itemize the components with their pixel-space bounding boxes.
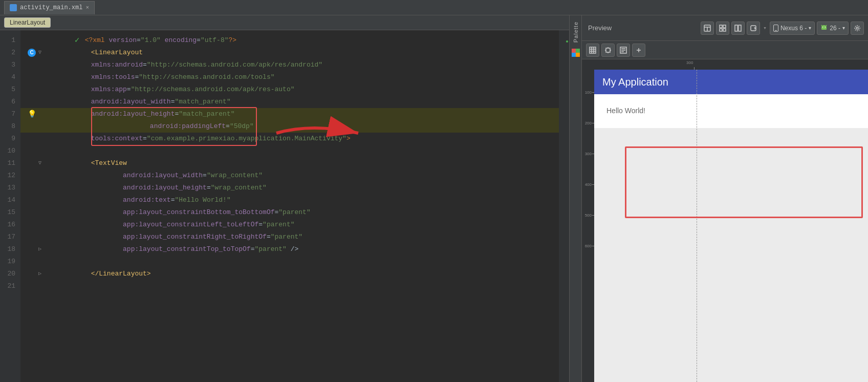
breadcrumb[interactable]: LinearLayout [4,17,51,28]
ln-20: 20 [0,268,20,280]
palette-sidebar[interactable]: Palette [569,15,581,382]
ln-5: 5 [0,83,20,96]
zoom-out-button[interactable] [617,44,630,57]
ln-8: 8 [0,120,20,133]
device-dropdown-arrow: ▾ [809,25,811,31]
collapse-arrow-2[interactable]: ▽ [38,47,41,59]
hello-world-text: Hello World! [606,107,645,115]
svg-rect-22 [606,48,610,52]
design-view-button[interactable] [701,22,714,35]
ln-18: 18 [0,243,20,256]
ln-14: 14 [0,194,20,206]
api-dropdown[interactable]: 26 - ▾ [817,22,849,35]
app-bar: My Application [594,70,868,94]
ln-19: 19 [0,256,20,268]
tab-close-button[interactable]: × [85,5,89,11]
code-text-20: </LinearLayout> [43,256,151,292]
code-lines[interactable]: ✓ <?xml version="1.0" encoding="utf-8"?>… [20,30,559,382]
preview-content: 100 200 300 400 500 600 300 [582,59,868,382]
api-label: 26 - [830,25,840,32]
xml-file-icon [10,4,17,11]
ln-21: 21 [0,280,20,292]
svg-rect-17 [590,47,596,53]
svg-rect-3 [720,25,722,28]
ruler-mark-400: 400 [585,182,594,187]
code-area: 1 2 3 4 5 6 7 8 9 10 11 12 13 14 15 16 1… [0,30,569,382]
ln-6: 6 [0,96,20,108]
svg-rect-8 [739,25,741,31]
constraints-button[interactable] [601,44,615,57]
svg-rect-7 [735,25,737,31]
device-dropdown[interactable]: Nexus 6 - ▾ [770,22,815,35]
tab-label: activity_main.xml [20,4,82,11]
line-numbers: 1 2 3 4 5 6 7 8 9 10 11 12 13 14 15 16 1… [0,30,20,382]
preview-pane: Preview [581,15,868,382]
right-gutter [559,30,569,382]
preview-title: Preview [588,24,612,32]
svg-point-15 [825,27,826,28]
palette-color-icon [572,49,580,57]
split-view-button[interactable] [731,22,745,35]
svg-rect-11 [821,27,827,30]
ln-17: 17 [0,231,20,243]
ln-16: 16 [0,219,20,231]
svg-rect-6 [723,29,726,31]
app-body: Hello World! [594,94,868,128]
code-line-9: tools:context="com.example.primexiao.mya… [20,133,559,145]
preview-toolbar-row2 [582,41,868,59]
main-area: LinearLayout 1 2 3 4 5 6 7 8 9 10 11 12 … [0,15,868,382]
zoom-in-button[interactable] [632,44,645,57]
grid-toggle-button[interactable] [586,44,599,57]
settings-icon [854,25,861,32]
collapse-arrow-11[interactable]: ▽ [38,157,41,169]
android-icon [820,25,828,32]
phone-icon [773,25,778,32]
device-label: Nexus 6 - [780,25,807,32]
bulb-icon[interactable]: 💡 [28,108,36,120]
svg-rect-4 [723,25,726,28]
ln-11: 11 [0,157,20,169]
ln-3: 3 [0,59,20,71]
gutter-mark-1 [566,40,568,43]
svg-line-13 [826,25,827,26]
app-title: My Application [602,76,668,88]
top-ruler: 300 [594,59,868,70]
svg-line-12 [821,25,822,26]
tab-bar: activity_main.xml × [0,0,868,15]
class-icon: C [28,49,36,57]
dashed-line [697,70,697,382]
top-ruler-300: 300 [686,60,693,65]
ruler-mark-600: 600 [585,244,594,248]
code-line-20: ▷ </LinearLayout> [20,268,559,280]
preview-canvas-area: 300 My Application Hello World! [594,59,868,382]
editor-pane: LinearLayout 1 2 3 4 5 6 7 8 9 10 11 12 … [0,15,569,382]
settings-button[interactable] [851,22,864,35]
ruler-left: 100 200 300 400 500 600 [582,59,594,382]
ruler-mark-300: 300 [585,152,594,156]
ruler-mark-100: 100 [585,90,594,95]
ln-4: 4 [0,71,20,83]
blueprint-view-button[interactable] [716,22,729,35]
api-dropdown-arrow: ▾ [842,25,845,31]
collapse-arrow-18[interactable]: ▷ [38,243,41,256]
orientation-button[interactable] [747,22,760,35]
ln-9: 9 [0,133,20,145]
ruler-mark-500: 500 [585,213,594,218]
ln-1: 1 [0,34,20,47]
activity-main-tab[interactable]: activity_main.xml × [4,1,95,14]
svg-point-14 [822,27,823,28]
palette-label: Palette [573,22,579,43]
preview-highlight-box [625,146,863,218]
ln-13: 13 [0,182,20,194]
code-line-18: ▷ app:layout_constraintTop_toTopOf="pare… [20,243,559,256]
svg-point-16 [856,27,858,29]
ln-15: 15 [0,206,20,219]
phone-preview: My Application Hello World! [594,70,868,382]
breadcrumb-bar: LinearLayout [0,15,569,30]
ruler-mark-200: 200 [585,121,594,125]
top-ruler-bar: 300 [594,59,868,70]
collapse-arrow-20[interactable]: ▷ [38,268,41,280]
ln-12: 12 [0,169,20,182]
ln-7: 7 [0,108,20,120]
ln-2: 2 [0,47,20,59]
